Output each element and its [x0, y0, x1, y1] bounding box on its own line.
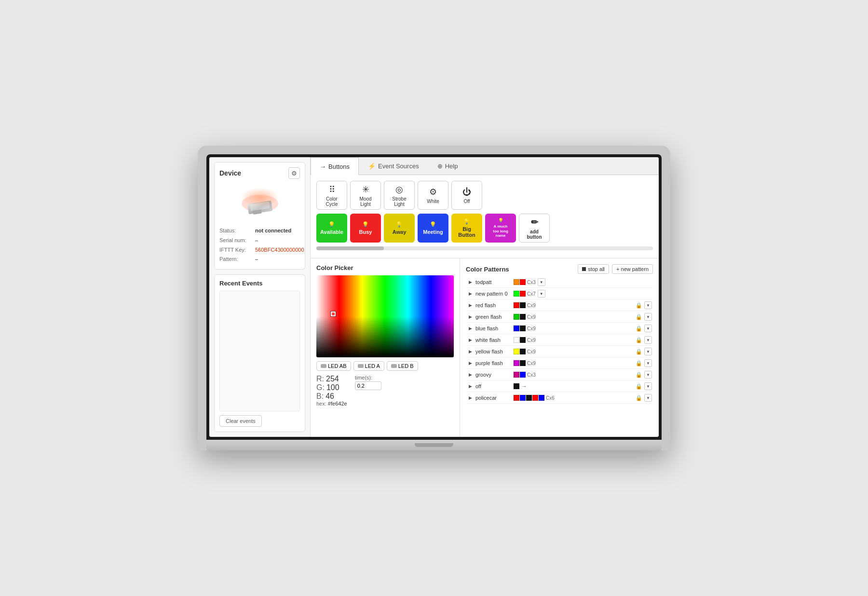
tab-buttons-label: Buttons — [328, 163, 350, 170]
color-cycle-icon: ⠿ — [329, 184, 335, 195]
swatch-np0-1 — [520, 291, 526, 297]
g-value-row: G: 100 — [316, 383, 347, 392]
away-button[interactable]: 💡 Away — [384, 214, 415, 243]
busy-icon: 💡 — [362, 221, 369, 228]
pattern-play-new-pattern-0[interactable]: ▶ — [467, 290, 474, 297]
add-button-button[interactable]: ✏ addbutton — [519, 214, 550, 243]
tab-buttons[interactable]: → Buttons — [311, 157, 359, 175]
meeting-label: Meeting — [423, 229, 443, 235]
pattern-play-purple-flash[interactable]: ▶ — [467, 360, 474, 366]
meeting-button[interactable]: 💡 Meeting — [418, 214, 448, 243]
b-label: B: — [316, 392, 324, 401]
pattern-dropdown-gf[interactable]: ▼ — [644, 313, 652, 321]
swatch-gf-1 — [520, 314, 526, 320]
new-pattern-button[interactable]: + new pattern — [612, 264, 653, 274]
tab-event-sources[interactable]: ⚡ Event Sources — [359, 157, 428, 175]
pattern-play-policecar[interactable]: ▶ — [467, 394, 474, 401]
pattern-lock-yellow-flash: 🔒 — [636, 349, 642, 355]
off-button[interactable]: ⏻ Off — [451, 181, 482, 210]
too-long-button[interactable]: 💡 A muchtoo longname — [485, 214, 516, 243]
big-button-button[interactable]: 💡 BigButton — [451, 214, 482, 243]
swatch-pc-0 — [514, 395, 519, 401]
pattern-play-blue-flash[interactable]: ▶ — [467, 325, 474, 332]
swatch-rf-1 — [520, 302, 526, 308]
pattern-row-todpatt: ▶ todpatt Cx3 ▼ — [466, 277, 653, 288]
pattern-dropdown-rf[interactable]: ▼ — [644, 301, 652, 309]
r-value: 254 — [326, 375, 339, 383]
ifttt-value: 560BFC4300000000 — [255, 245, 304, 255]
pattern-dropdown-pf[interactable]: ▼ — [644, 359, 652, 367]
pattern-colors-purple-flash: Cx9 — [514, 360, 536, 366]
swatch-rf-0 — [514, 302, 519, 308]
pattern-repeat-np0: Cx7 — [527, 291, 536, 297]
pattern-colors-new-pattern-0: Cx7 — [514, 291, 536, 297]
swatch-bf-0 — [514, 325, 519, 331]
pattern-dropdown-gr[interactable]: ▼ — [644, 371, 652, 379]
led-ab-button[interactable]: LED AB — [316, 361, 351, 371]
gear-button[interactable]: ⚙ — [288, 167, 300, 179]
swatch-todpatt-1 — [520, 279, 526, 285]
pattern-play-white-flash[interactable]: ▶ — [467, 337, 474, 343]
scrollbar[interactable] — [316, 246, 653, 250]
device-header: Device ⚙ — [219, 167, 300, 179]
swatch-gf-0 — [514, 314, 519, 320]
clear-events-button[interactable]: Clear events — [219, 415, 262, 427]
swatch-bf-1 — [520, 325, 526, 331]
pattern-play-yellow-flash[interactable]: ▶ — [467, 348, 474, 355]
led-ab-label: LED AB — [328, 363, 347, 369]
app-container: Device ⚙ — [209, 157, 659, 437]
add-button-label: addbutton — [527, 229, 542, 240]
pattern-dropdown-bf[interactable]: ▼ — [644, 325, 652, 332]
tab-bar: → Buttons ⚡ Event Sources ⊕ Help — [311, 157, 659, 175]
pattern-dropdown-wf[interactable]: ▼ — [644, 336, 652, 344]
hex-row: hex: #fe642e — [316, 401, 347, 406]
serial-value: – — [255, 236, 258, 245]
tab-help-label: Help — [445, 163, 458, 170]
patterns-list: ▶ todpatt Cx3 ▼ — [466, 277, 653, 431]
led-b-button[interactable]: LED B — [387, 361, 418, 371]
off-icon: ⏻ — [462, 187, 471, 197]
pattern-play-todpatt[interactable]: ▶ — [467, 279, 474, 285]
pattern-name-red-flash: red flash — [475, 302, 512, 308]
led-b-label: LED B — [398, 363, 414, 369]
pattern-play-green-flash[interactable]: ▶ — [467, 313, 474, 320]
pattern-colors-blue-flash: Cx9 — [514, 325, 536, 331]
mood-light-label: MoodLight — [359, 196, 371, 207]
g-label: G: — [316, 383, 325, 392]
strobe-light-button[interactable]: ◎ StrobeLight — [384, 181, 415, 210]
swatch-off-0 — [514, 383, 519, 389]
pattern-row-purple-flash: ▶ purple flash Cx9 🔒 ▼ — [466, 358, 653, 369]
stop-all-button[interactable]: stop all — [578, 264, 609, 274]
events-content — [219, 291, 300, 411]
white-button[interactable]: ⚙ White — [418, 181, 448, 210]
available-button[interactable]: 💡 Available — [316, 214, 347, 243]
pattern-play-off[interactable]: ▶ — [467, 383, 474, 390]
r-label: R: — [316, 375, 324, 383]
color-cycle-button[interactable]: ⠿ ColorCycle — [316, 181, 347, 210]
pattern-dropdown-np0[interactable]: ▼ — [538, 290, 545, 298]
usb-image-container — [219, 183, 300, 226]
busy-label: Busy — [359, 229, 372, 235]
pattern-play-red-flash[interactable]: ▶ — [467, 302, 474, 309]
pattern-play-groovy[interactable]: ▶ — [467, 371, 474, 378]
color-spectrum[interactable] — [316, 275, 454, 357]
tab-help[interactable]: ⊕ Help — [428, 157, 467, 175]
pattern-lock-blue-flash: 🔒 — [636, 325, 642, 332]
led-a-button[interactable]: LED A — [353, 361, 384, 371]
screen-inner: Device ⚙ — [209, 157, 659, 437]
pattern-repeat-yf: Cx9 — [527, 349, 536, 354]
swatch-wf-1 — [520, 337, 526, 343]
pattern-dropdown-todpatt[interactable]: ▼ — [538, 278, 545, 286]
pattern-repeat-bf: Cx9 — [527, 326, 536, 331]
mood-light-button[interactable]: ✳ MoodLight — [350, 181, 381, 210]
pattern-dropdown-off[interactable]: ▼ — [644, 382, 652, 390]
pattern-name-new-pattern-0: new pattern 0 — [475, 291, 512, 297]
pattern-dropdown-yf[interactable]: ▼ — [644, 348, 652, 355]
busy-button[interactable]: 💡 Busy — [350, 214, 381, 243]
pattern-dropdown-pc[interactable]: ▼ — [644, 394, 652, 402]
pattern-name-white-flash: white flash — [475, 337, 512, 343]
pattern-row-groovy: ▶ groovy Cx3 🔒 ▼ — [466, 369, 653, 380]
pattern-lock-policecar: 🔒 — [636, 395, 642, 401]
pattern-label: Pattern: — [219, 255, 253, 264]
time-input[interactable] — [355, 381, 381, 390]
